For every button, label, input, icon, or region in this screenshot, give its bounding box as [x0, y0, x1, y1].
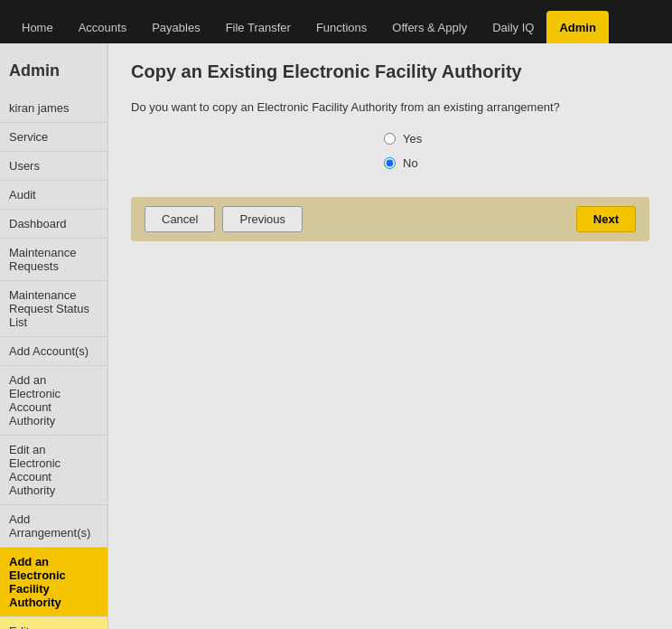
radio-yes-label: Yes	[403, 132, 422, 146]
nav-offers-apply[interactable]: Offers & Apply	[379, 11, 480, 43]
radio-group: Yes No	[384, 132, 649, 170]
sidebar-item-service[interactable]: Service	[0, 123, 107, 152]
sidebar-item-dashboard[interactable]: Dashboard	[0, 210, 107, 239]
content-area: Copy an Existing Electronic Facility Aut…	[108, 43, 672, 629]
sidebar-item-add-arrangement[interactable]: Add Arrangement(s)	[0, 505, 107, 548]
radio-no[interactable]	[384, 157, 396, 169]
sidebar-item-add-electronic-facility-authority[interactable]: Add an Electronic Facility Authority	[0, 548, 107, 617]
nav-home[interactable]: Home	[9, 11, 66, 43]
sidebar: Admin kiran james Service Users Audit Da…	[0, 43, 108, 629]
radio-no-label: No	[403, 156, 418, 170]
sidebar-title: Admin	[0, 52, 107, 94]
cancel-button[interactable]: Cancel	[145, 206, 215, 232]
next-button[interactable]: Next	[576, 206, 636, 232]
nav-file-transfer[interactable]: File Transfer	[213, 11, 303, 43]
main-wrapper: Admin kiran james Service Users Audit Da…	[0, 43, 672, 629]
sidebar-item-maintenance-requests[interactable]: Maintenance Requests	[0, 239, 107, 281]
sidebar-item-add-accounts[interactable]: Add Account(s)	[0, 337, 107, 366]
previous-button[interactable]: Previous	[222, 206, 303, 232]
button-left-group: Cancel Previous	[145, 206, 303, 232]
radio-option-no[interactable]: No	[384, 156, 649, 170]
nav-payables[interactable]: Payables	[139, 11, 212, 43]
button-row: Cancel Previous Next	[131, 197, 649, 241]
sidebar-item-edit-electronic-facility-authority[interactable]: Edit an Electronic Facility Authority	[0, 617, 107, 629]
sidebar-item-add-electronic-account-authority[interactable]: Add an Electronic Account Authority	[0, 366, 107, 436]
nav-accounts[interactable]: Accounts	[66, 11, 139, 43]
sidebar-item-audit[interactable]: Audit	[0, 181, 107, 210]
nav-daily-iq[interactable]: Daily IQ	[480, 11, 546, 43]
nav-admin[interactable]: Admin	[546, 11, 608, 43]
page-title: Copy an Existing Electronic Facility Aut…	[131, 61, 649, 82]
radio-option-yes[interactable]: Yes	[384, 132, 649, 146]
radio-yes[interactable]	[384, 133, 396, 145]
sidebar-item-kiran-james[interactable]: kiran james	[0, 94, 107, 123]
nav-functions[interactable]: Functions	[303, 11, 379, 43]
sidebar-item-maintenance-request-status-list[interactable]: Maintenance Request Status List	[0, 281, 107, 337]
question-text: Do you want to copy an Electronic Facili…	[131, 100, 649, 114]
sidebar-item-edit-electronic-account-authority[interactable]: Edit an Electronic Account Authority	[0, 436, 107, 505]
top-navigation: Home Accounts Payables File Transfer Fun…	[0, 0, 672, 43]
sidebar-item-users[interactable]: Users	[0, 152, 107, 181]
